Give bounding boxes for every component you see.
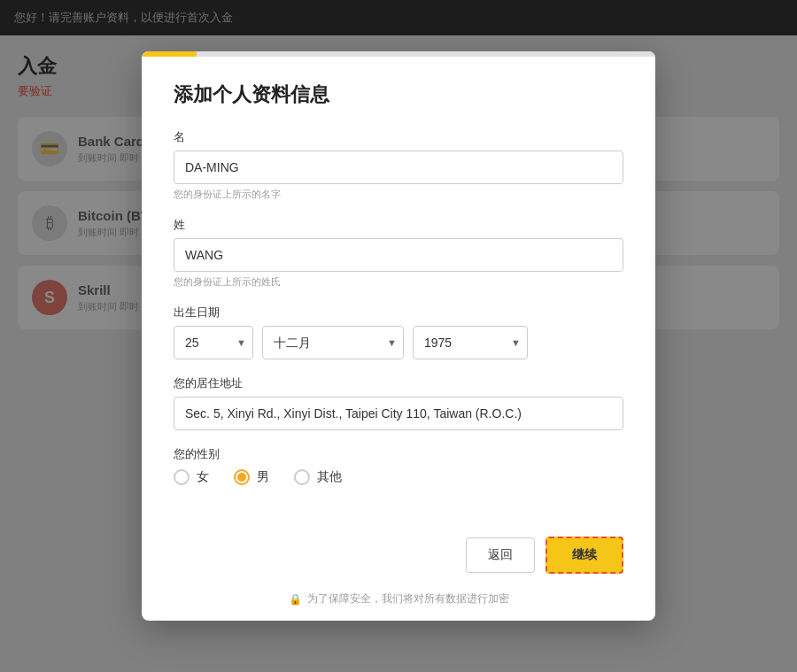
gender-other-label: 其他: [317, 469, 342, 485]
gender-male-label: 男: [257, 469, 269, 485]
address-input[interactable]: [174, 397, 623, 430]
year-select-wrapper: 1970197119721973197419751976197719781979…: [413, 326, 528, 359]
back-button[interactable]: 返回: [466, 537, 535, 573]
lock-icon: 🔒: [289, 593, 302, 606]
first-name-group: 名 您的身份证上所示的名字: [174, 129, 623, 201]
radio-male-outer: [234, 469, 250, 485]
last-name-label: 姓: [174, 217, 623, 233]
modal-title: 添加个人资料信息: [174, 81, 623, 108]
last-name-group: 姓 您的身份证上所示的姓氏: [174, 217, 623, 289]
last-name-hint: 您的身份证上所示的姓氏: [174, 275, 623, 289]
month-select-wrapper: 一月二月三月四月五月六月七月八月九月十月十一月十二月 ▼: [262, 326, 404, 359]
gender-options-row: 女 男 其他: [174, 469, 623, 485]
modal-body: 添加个人资料信息 名 您的身份证上所示的名字 姓 您的身份证上所示的姓氏 出生日…: [142, 57, 655, 522]
radio-male-inner: [237, 473, 246, 482]
gender-group: 您的性别 女 男: [174, 446, 623, 485]
last-name-input[interactable]: [174, 238, 623, 272]
gender-female[interactable]: 女: [174, 469, 209, 485]
continue-button[interactable]: 继续: [546, 537, 623, 574]
first-name-hint: 您的身份证上所示的名字: [174, 188, 623, 201]
modal-footer: 返回 继续: [142, 522, 655, 591]
gender-other[interactable]: 其他: [294, 469, 342, 485]
personal-info-modal: 添加个人资料信息 名 您的身份证上所示的名字 姓 您的身份证上所示的姓氏 出生日…: [142, 51, 655, 621]
address-label: 您的居住地址: [174, 375, 623, 391]
radio-other-outer: [294, 469, 310, 485]
dob-label: 出生日期: [174, 305, 623, 321]
year-select[interactable]: 1970197119721973197419751976197719781979…: [413, 326, 528, 359]
modal-overlay: 添加个人资料信息 名 您的身份证上所示的名字 姓 您的身份证上所示的姓氏 出生日…: [0, 0, 797, 672]
first-name-input[interactable]: [174, 151, 623, 184]
address-group: 您的居住地址: [174, 375, 623, 430]
day-select[interactable]: 1234567891011121314151617181920212223242…: [174, 326, 253, 359]
gender-female-label: 女: [197, 469, 209, 485]
dob-row: 1234567891011121314151617181920212223242…: [174, 326, 623, 359]
first-name-label: 名: [174, 129, 623, 145]
day-select-wrapper: 1234567891011121314151617181920212223242…: [174, 326, 253, 359]
progress-bar: [142, 51, 655, 57]
dob-group: 出生日期 12345678910111213141516171819202122…: [174, 305, 623, 359]
gender-label: 您的性别: [174, 446, 623, 462]
radio-female-outer: [174, 469, 190, 485]
security-text: 为了保障安全，我们将对所有数据进行加密: [307, 591, 509, 606]
security-note: 🔒 为了保障安全，我们将对所有数据进行加密: [142, 591, 655, 621]
gender-male[interactable]: 男: [234, 469, 269, 485]
month-select[interactable]: 一月二月三月四月五月六月七月八月九月十月十一月十二月: [262, 326, 404, 359]
